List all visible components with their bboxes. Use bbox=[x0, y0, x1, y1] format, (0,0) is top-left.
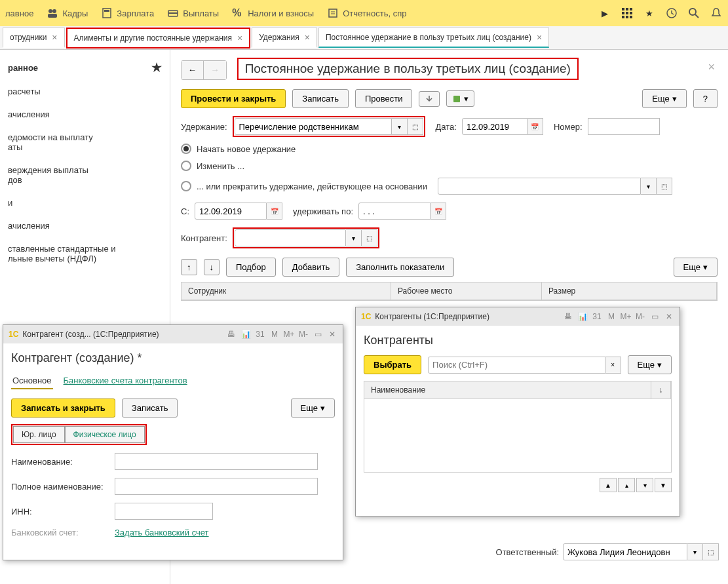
fullname-input[interactable] bbox=[115, 478, 318, 495]
dropdown-button[interactable]: ▾ bbox=[392, 118, 408, 135]
until-date-input[interactable] bbox=[358, 203, 431, 220]
responsible-input[interactable] bbox=[563, 543, 687, 560]
deduction-input[interactable] bbox=[235, 118, 392, 135]
col-name[interactable]: Наименование bbox=[364, 381, 651, 399]
close-icon[interactable]: × bbox=[52, 32, 57, 43]
close-icon[interactable]: ✕ bbox=[327, 329, 337, 340]
m-minus-icon[interactable]: M- bbox=[635, 311, 645, 322]
star-icon[interactable]: ★ bbox=[643, 7, 656, 20]
more-button[interactable]: Еще ▾ bbox=[291, 399, 335, 418]
subtab-bank[interactable]: Банковские счета контрагентов bbox=[62, 373, 189, 389]
basis-input[interactable] bbox=[438, 178, 641, 195]
radio-stop[interactable] bbox=[181, 181, 191, 191]
grid-icon[interactable] bbox=[621, 7, 634, 20]
star-icon[interactable]: ★ bbox=[151, 60, 162, 75]
attach-button[interactable] bbox=[419, 91, 440, 107]
history-icon[interactable] bbox=[665, 7, 678, 20]
name-input[interactable] bbox=[115, 453, 318, 470]
tab-permanent-deduction[interactable]: Постоянное удержание в пользу третьих ли… bbox=[318, 28, 549, 48]
col-employee[interactable]: Сотрудник bbox=[182, 282, 391, 300]
sidebar-item[interactable]: едомости на выплату аты bbox=[0, 126, 170, 159]
help-button[interactable]: ? bbox=[693, 89, 718, 108]
sidebar-item[interactable]: и bbox=[0, 191, 170, 214]
page-prev[interactable]: ▴ bbox=[618, 478, 635, 492]
inn-input[interactable] bbox=[115, 503, 213, 520]
toolbar-item-salary[interactable]: Зарплата bbox=[101, 7, 154, 19]
print-icon[interactable]: 🖶 bbox=[226, 329, 237, 340]
bank-link[interactable]: Задать банковский счет bbox=[115, 528, 209, 537]
toolbar-item-reports[interactable]: Отчетность, спр bbox=[327, 7, 406, 19]
fill-button[interactable]: Заполнить показатели bbox=[346, 258, 454, 277]
tab-employees[interactable]: отрудники× bbox=[3, 28, 65, 48]
page-last[interactable]: ▼ bbox=[655, 478, 672, 492]
calendar-icon[interactable]: 31 bbox=[255, 329, 265, 340]
m-plus-icon[interactable]: M+ bbox=[621, 311, 631, 322]
open-button[interactable]: ⬚ bbox=[657, 178, 672, 195]
sidebar-item[interactable]: ачисления bbox=[0, 103, 170, 126]
calendar-icon[interactable]: 📅 bbox=[527, 118, 543, 135]
page-next[interactable]: ▾ bbox=[636, 478, 653, 492]
toolbar-item-main[interactable]: лавное bbox=[5, 9, 33, 18]
toggle-legal[interactable]: Юр. лицо bbox=[13, 426, 65, 443]
col-amount[interactable]: Размер bbox=[542, 282, 717, 300]
tab-alimony[interactable]: Алименты и другие постоянные удержания× bbox=[66, 28, 251, 49]
close-icon[interactable]: × bbox=[305, 32, 310, 43]
clear-search-button[interactable]: × bbox=[605, 357, 621, 374]
more-button[interactable]: Еще ▾ bbox=[628, 355, 672, 374]
close-icon[interactable]: × bbox=[537, 32, 542, 43]
post-and-close-button[interactable]: Провести и закрыть bbox=[181, 89, 286, 108]
from-date-input[interactable] bbox=[195, 203, 267, 220]
m-minus-icon[interactable]: M- bbox=[298, 329, 309, 340]
open-button[interactable]: ⬚ bbox=[703, 543, 719, 560]
up-button[interactable]: ↑ bbox=[181, 259, 197, 275]
date-input[interactable] bbox=[462, 118, 527, 135]
m-icon[interactable]: M bbox=[269, 329, 280, 340]
more-button[interactable]: Еще ▾ bbox=[642, 89, 686, 108]
close-icon[interactable]: ✕ bbox=[664, 311, 674, 322]
tab-deductions[interactable]: Удержания× bbox=[252, 28, 317, 48]
dropdown-button[interactable]: ▾ bbox=[346, 229, 362, 246]
m-plus-icon[interactable]: M+ bbox=[284, 329, 294, 340]
calc-icon[interactable]: 📊 bbox=[577, 311, 588, 322]
number-input[interactable] bbox=[588, 118, 660, 135]
back-button[interactable]: ← bbox=[182, 61, 204, 79]
post-button[interactable]: Провести bbox=[355, 89, 413, 108]
counterparty-input[interactable] bbox=[235, 229, 346, 246]
dropdown-button[interactable]: ▾ bbox=[641, 178, 657, 195]
m-icon[interactable]: M bbox=[606, 311, 617, 322]
calendar-icon[interactable]: 📅 bbox=[267, 203, 282, 220]
calendar-icon[interactable]: 📅 bbox=[431, 203, 446, 220]
select-button[interactable]: Подбор bbox=[226, 258, 276, 277]
radio-new[interactable] bbox=[181, 144, 191, 154]
toolbar-item-payments[interactable]: Выплаты bbox=[167, 7, 219, 19]
bell-icon[interactable] bbox=[710, 7, 723, 20]
down-button[interactable]: ↓ bbox=[204, 259, 220, 275]
close-icon[interactable]: × bbox=[237, 33, 242, 43]
toolbar-item-personnel[interactable]: Кадры bbox=[47, 7, 88, 19]
minimize-icon[interactable]: ▭ bbox=[313, 329, 323, 340]
calendar-icon[interactable]: 31 bbox=[592, 311, 602, 322]
sidebar-item[interactable]: верждения выплаты дов bbox=[0, 159, 170, 191]
sidebar-item[interactable]: расчеты bbox=[0, 80, 170, 103]
print-icon[interactable]: 🖶 bbox=[563, 311, 573, 322]
save-close-button[interactable]: Записать и закрыть bbox=[11, 399, 115, 418]
calc-icon[interactable]: 📊 bbox=[240, 329, 251, 340]
play-icon[interactable]: ▶ bbox=[598, 7, 611, 20]
subtab-main[interactable]: Основное bbox=[11, 373, 53, 389]
write-button[interactable]: Записать bbox=[292, 89, 349, 108]
toggle-individual[interactable]: Физическое лицо bbox=[65, 426, 145, 443]
forward-button[interactable]: → bbox=[204, 61, 226, 79]
open-button[interactable]: ⬚ bbox=[362, 229, 377, 246]
radio-change[interactable] bbox=[181, 161, 191, 171]
col-workplace[interactable]: Рабочее место bbox=[391, 282, 542, 300]
page-first[interactable]: ▲ bbox=[600, 478, 617, 492]
minimize-icon[interactable]: ▭ bbox=[649, 311, 660, 322]
sidebar-item[interactable]: ставленные стандартные и льные вычеты (Н… bbox=[0, 237, 170, 270]
dropdown-button[interactable]: ▾ bbox=[687, 543, 703, 560]
sidebar-item[interactable]: ачисления bbox=[0, 214, 170, 237]
add-button[interactable]: Добавить bbox=[282, 258, 339, 277]
open-button[interactable]: ⬚ bbox=[408, 118, 423, 135]
toolbar-item-taxes[interactable]: % Налоги и взносы bbox=[232, 7, 314, 19]
search-input[interactable] bbox=[428, 357, 605, 374]
close-icon[interactable]: × bbox=[708, 60, 715, 74]
